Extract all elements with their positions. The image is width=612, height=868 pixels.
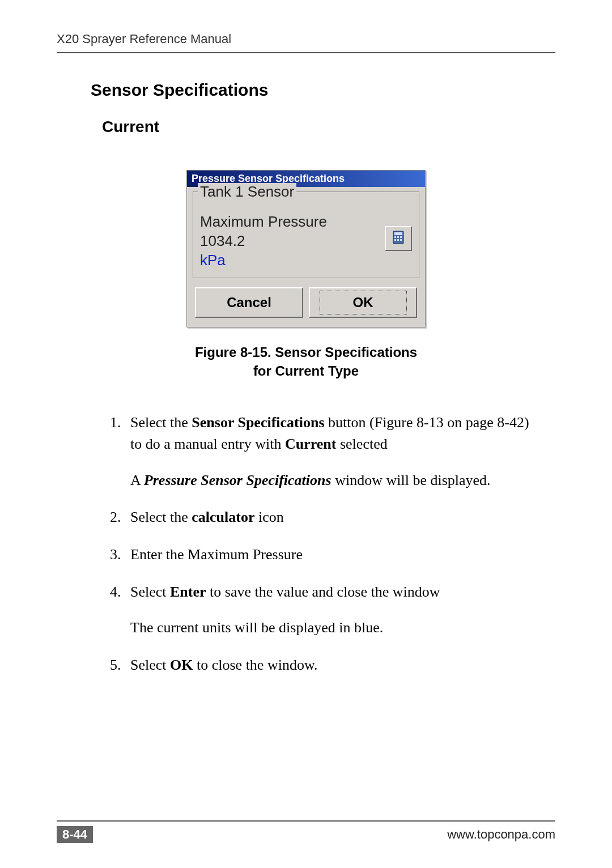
caption-line1: Figure 8-15. Sensor Specifications [195, 344, 417, 360]
step-5: Select OK to close the window. [125, 654, 533, 676]
calculator-icon [393, 231, 404, 246]
dialog-button-row: Cancel OK [193, 284, 419, 320]
footer-url: www.topconpa.com [447, 827, 555, 842]
s4c: to save the value and close the window [206, 584, 440, 600]
svg-rect-4 [400, 236, 402, 238]
s1d: Current [285, 436, 337, 452]
s4b: Enter [170, 584, 206, 600]
svg-rect-5 [394, 239, 396, 241]
s1b: Sensor Specifications [192, 414, 324, 431]
section-title: Sensor Specifications [91, 80, 555, 100]
s2b: calculator [192, 509, 254, 525]
s1sc: window will be displayed. [332, 472, 491, 488]
dialog-screenshot: Pressure Sensor Specifications Tank 1 Se… [57, 170, 555, 327]
pressure-sensor-dialog: Pressure Sensor Specifications Tank 1 Se… [186, 170, 426, 327]
step-1-sub: A Pressure Sensor Specifications window … [130, 470, 533, 491]
max-pressure-row: Maximum Pressure 1034.2 kPa [200, 212, 412, 270]
caption-line2: for Current Type [253, 363, 359, 378]
step-4: Select Enter to save the value and close… [125, 581, 533, 639]
section-subtitle: Current [102, 118, 555, 136]
svg-rect-3 [397, 236, 399, 238]
max-pressure-text: Maximum Pressure 1034.2 kPa [200, 212, 379, 270]
cancel-label: Cancel [227, 295, 271, 310]
running-head: X20 Sprayer Reference Manual [57, 32, 555, 53]
svg-rect-1 [394, 232, 402, 235]
step-2: Select the calculator icon [125, 507, 533, 528]
s5c: to close the window. [193, 657, 317, 673]
instruction-list: Select the Sensor Specifications button … [108, 412, 555, 676]
s2a: Select the [130, 509, 192, 525]
page-number: 8-44 [57, 826, 93, 843]
unit-label: kPa [200, 251, 379, 270]
step-3: Enter the Maximum Pressure [125, 544, 533, 565]
svg-rect-6 [397, 239, 399, 241]
dialog-body: Tank 1 Sensor Maximum Pressure 1034.2 kP… [187, 187, 425, 327]
step-1: Select the Sensor Specifications button … [125, 412, 533, 491]
tank-sensor-groupbox: Tank 1 Sensor Maximum Pressure 1034.2 kP… [193, 192, 419, 278]
s4a: Select [130, 584, 170, 600]
s5b: OK [170, 657, 193, 673]
svg-rect-7 [400, 239, 402, 241]
groupbox-legend: Tank 1 Sensor [198, 183, 296, 201]
step-4-sub: The current units will be displayed in b… [130, 617, 533, 639]
manual-page: X20 Sprayer Reference Manual Sensor Spec… [0, 0, 612, 868]
s5a: Select [130, 657, 170, 673]
figure-caption: Figure 8-15. Sensor Specifications for C… [57, 343, 555, 380]
s2c: icon [254, 509, 283, 525]
calculator-button[interactable] [385, 226, 412, 251]
page-footer: 8-44 www.topconpa.com [57, 820, 555, 843]
ok-button[interactable]: OK [309, 287, 417, 318]
s1a: Select the [130, 414, 192, 431]
field-label: Maximum Pressure [200, 213, 327, 230]
s1sb: Pressure Sensor Specifications [144, 472, 332, 488]
field-value: 1034.2 [200, 232, 245, 249]
ok-label: OK [320, 291, 407, 314]
s1e: selected [336, 436, 387, 452]
cancel-button[interactable]: Cancel [195, 287, 303, 318]
s1sa: A [130, 472, 144, 488]
svg-rect-2 [394, 236, 396, 238]
